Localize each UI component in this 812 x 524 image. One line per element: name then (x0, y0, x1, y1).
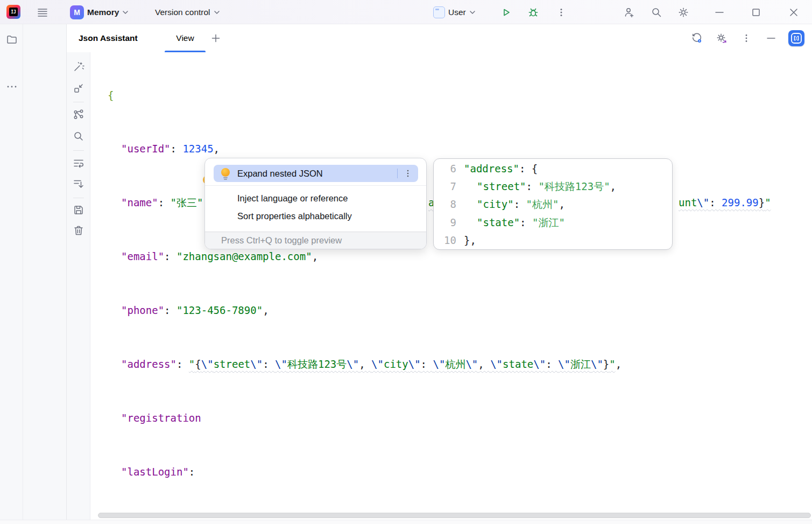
code-line-address[interactable]: "address": "{\"street\": \"科技路123号\", \"… (108, 355, 622, 373)
structure-graph-icon (73, 109, 84, 121)
tool-window-header: Json Assistant View (67, 24, 812, 52)
kebab-icon (742, 33, 751, 43)
code-line[interactable]: "lastLogin": (108, 463, 622, 481)
kebab-icon (404, 169, 412, 178)
run-button[interactable] (500, 0, 513, 24)
save-icon (73, 204, 84, 216)
injected-string: "{\"street\": \"科技路123号\", \"city\": \"杭… (189, 358, 616, 370)
soft-wrap-button[interactable] (71, 156, 86, 171)
tab-view[interactable]: View (165, 24, 206, 52)
kebab-icon (556, 8, 566, 17)
order-line-fragment: unt\": 299.99}" (679, 194, 771, 212)
gear-sync-icon (715, 32, 728, 45)
ide-window: IJ M Memory Version control User (0, 0, 812, 524)
line-number: 8 (434, 195, 456, 213)
intention-item-options-button[interactable] (404, 169, 412, 178)
code-line[interactable]: "registration (108, 409, 622, 427)
person-add-icon (623, 6, 636, 19)
preview-line: 8 "city": "杭州", (434, 195, 672, 213)
folder-icon (6, 33, 18, 45)
line-number: 6 (434, 160, 456, 178)
debug-button[interactable] (527, 0, 540, 24)
preview-line: 6 "address": { (434, 160, 672, 178)
intellij-logo-icon: IJ (6, 5, 20, 19)
project-badge: M (70, 5, 84, 19)
clear-json-button[interactable] (71, 223, 86, 238)
tool-window-body: { "userId": 12345, "name": "张三", "email"… (67, 52, 812, 520)
collapsed-panel-area (23, 24, 67, 520)
run-config-widget[interactable]: User (433, 0, 476, 24)
line-number: 10 (434, 232, 456, 249)
gear-icon (677, 6, 690, 19)
search-icon (650, 6, 663, 19)
history-gear-icon (690, 32, 703, 45)
project-tool-window-button[interactable] (5, 32, 19, 46)
intention-item-inject-language[interactable]: Inject language or reference (237, 190, 348, 207)
vcs-label: Version control (155, 8, 210, 17)
toolbar-separator (73, 198, 84, 198)
intention-item-divider (397, 169, 398, 178)
minimize-icon (766, 33, 776, 44)
project-widget[interactable]: M Memory (70, 0, 129, 24)
line-number: 9 (434, 214, 456, 232)
tool-window-options-button[interactable] (739, 31, 754, 46)
toolbar-separator (73, 102, 84, 102)
current-file-icon (433, 6, 445, 18)
vcs-widget[interactable]: Version control (155, 0, 220, 24)
ellipsis-icon (6, 85, 17, 88)
structure-view-button[interactable] (71, 107, 86, 122)
minimize-icon (714, 7, 725, 18)
toolbar-separator (73, 150, 84, 151)
json-editor[interactable]: { "userId": 12345, "name": "张三", "email"… (90, 52, 812, 520)
format-json-button[interactable] (71, 59, 86, 74)
intention-item-expand-nested-json[interactable]: Expand nested JSON (214, 165, 418, 182)
tab-view-label: View (176, 33, 194, 43)
minify-json-button[interactable] (71, 81, 86, 96)
run-config-name: User (448, 8, 466, 17)
soft-wrap-icon (73, 157, 84, 169)
close-window-button[interactable] (788, 0, 799, 24)
json-assistant-window-button[interactable] (788, 30, 804, 46)
chevron-down-icon (122, 10, 129, 15)
horizontal-scrollbar[interactable] (98, 513, 811, 518)
popup-separator (205, 185, 426, 186)
left-tool-window-bar (0, 24, 23, 520)
sort-descending-icon (73, 178, 84, 190)
settings-button[interactable] (677, 0, 690, 24)
tool-window-title: Json Assistant (79, 24, 138, 52)
preview-line: 7 "street": "科技路123号", (434, 178, 672, 195)
tool-window-actions (689, 24, 804, 52)
play-icon (500, 6, 513, 19)
hamburger-icon (37, 6, 48, 18)
close-icon (788, 7, 799, 18)
search-everywhere-button[interactable] (650, 0, 663, 24)
scroll-to-end-button[interactable] (71, 176, 86, 191)
add-tab-button[interactable] (208, 31, 223, 46)
chevron-down-icon (469, 10, 476, 15)
more-actions-button[interactable] (556, 0, 566, 24)
save-json-button[interactable] (71, 202, 86, 218)
code-line[interactable]: "phone": "123-456-7890", (108, 302, 622, 319)
more-tool-windows-button[interactable] (5, 80, 19, 94)
intention-item-label: Expand nested JSON (237, 169, 397, 179)
json-brackets-icon (790, 32, 803, 45)
code-line[interactable]: "userId": 12345, (108, 140, 622, 158)
code-line[interactable]: { (108, 87, 622, 104)
line-number: 7 (434, 178, 456, 195)
code-line[interactable]: "email": "zhangsan@example.com", (108, 248, 622, 266)
project-name: Memory (87, 8, 119, 17)
bug-icon (527, 6, 540, 19)
sync-settings-button[interactable] (714, 31, 729, 46)
maximize-window-button[interactable] (751, 0, 761, 24)
hide-tool-window-button[interactable] (764, 31, 779, 46)
intention-popup: Expand nested JSON Inject language or re… (204, 158, 427, 249)
intention-item-sort-properties[interactable]: Sort properties alphabetically (237, 207, 352, 225)
trash-icon (73, 225, 84, 236)
minimize-window-button[interactable] (714, 0, 725, 24)
history-settings-button[interactable] (689, 31, 704, 46)
maximize-icon (751, 7, 761, 18)
main-menu-button[interactable] (37, 0, 48, 24)
lightbulb-icon (220, 167, 231, 180)
search-in-json-button[interactable] (71, 129, 86, 144)
code-with-me-button[interactable] (623, 0, 636, 24)
